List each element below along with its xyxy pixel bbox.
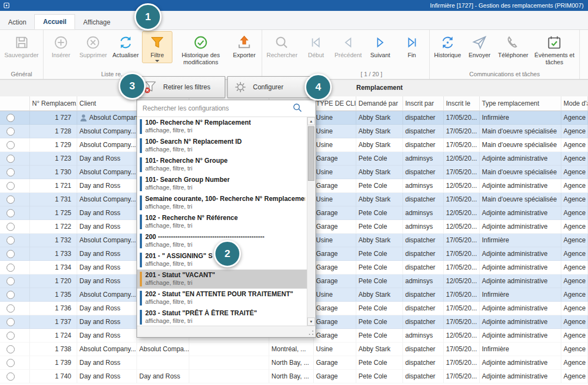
assign-person-icon[interactable] [79,114,88,122]
config-item-subtitle: affichage, filtre, tri [145,127,251,134]
cell-inscrit-par: dispatcher [403,315,444,329]
config-list-item[interactable]: 203 - Statut "PRÊT À ÊTRE TRAITÉ" affich… [137,308,307,326]
scroll-up-icon[interactable]: ▲ [307,117,315,125]
row-radio[interactable] [7,318,15,326]
row-radio[interactable] [7,264,15,272]
row-radio[interactable] [7,372,15,381]
config-search-icon[interactable] [292,102,304,114]
row-radio[interactable] [7,168,15,176]
column-header-num[interactable]: N° Remplacem... ⇅2 [30,96,77,111]
row-radio[interactable] [7,209,15,217]
export-button[interactable]: Exporter [229,31,259,60]
cell-inscrit-par: dispatcher [403,370,444,383]
table-row[interactable]: 1 740 Day and Ross Day and Ross North Ba… [0,370,588,383]
ribbon-group-communications: Historique Envoyer Téléphoner [430,29,580,79]
cell-client: Day and Ross [77,274,137,288]
cell-client: Day and Ross [77,220,137,234]
row-radio[interactable] [7,114,15,122]
tab-action[interactable]: Action [0,15,34,29]
configure-button[interactable]: Configurer [227,76,316,98]
cell-mode: Agence [561,247,588,261]
events-tasks-button[interactable]: Évènements et tâches [531,31,577,66]
send-button[interactable]: Envoyer [465,31,495,60]
filter-popup: Retirer les filtres Configurer 100- Rech… [137,76,316,98]
scroll-down-icon[interactable]: ▼ [307,317,315,326]
refresh-button[interactable]: Actualiser [110,31,141,60]
filter-button[interactable]: Filtre [142,31,172,63]
row-radio-cell [0,125,30,138]
config-scrollbar[interactable]: ▲ ▼ [307,117,315,326]
save-button[interactable]: Sauvegarder [2,31,41,60]
comm-history-button[interactable]: Historique [432,31,463,60]
row-radio[interactable] [7,223,15,231]
config-list-item[interactable]: 201 - Statut "VACANT" affichage, filtre,… [137,270,307,289]
row-radio[interactable] [7,155,15,163]
config-list-item[interactable]: 100- Recherche N° Remplacement affichage… [137,117,307,136]
cell-client: Absolut Company... [77,193,137,206]
insert-button[interactable]: Insérer [46,31,76,60]
row-radio[interactable] [7,304,15,313]
cell-mode: Agence [561,193,588,206]
remove-filters-button[interactable]: Retirer les filtres [137,76,225,98]
row-radio[interactable] [7,236,15,245]
cell-inscrit-le: 17/05/20... [444,166,480,179]
next-record-button[interactable]: Suivant [365,31,395,60]
row-radio[interactable] [7,250,15,258]
cell-client: Day and Ross [77,329,137,343]
cell-type-client: Garage [314,247,356,261]
group-label-communications: Communications et tâches [431,70,578,79]
config-list-item[interactable]: 101- Search Group Number affichage, filt… [137,174,307,193]
cell-type-client: Garage [314,274,356,288]
table-row[interactable]: 1 738 Absolut Company... Absolut Compa..… [0,343,588,356]
tab-accueil[interactable]: Accueil [34,14,75,29]
column-header-inscrit-par[interactable]: Inscrit par [403,96,444,111]
cell-client-text: Day and Ross [79,274,120,288]
tab-affichage[interactable]: Affichage [75,15,119,29]
config-item-title: 201 - Statut "VACANT" [145,271,215,279]
row-radio[interactable] [7,277,15,285]
search-button[interactable]: Rechercher [264,31,300,60]
cell-mode: Agence [561,166,588,179]
previous-record-button[interactable]: Précédent [332,31,364,60]
config-item-accent-bar [140,157,142,172]
first-record-button[interactable]: Début [301,31,331,60]
config-item-subtitle: affichage, filtre, tri [145,260,213,267]
row-radio-cell [0,179,30,193]
row-radio[interactable] [7,291,15,299]
cell-num: 1 739 [30,356,77,370]
cell-mode: Agence [561,152,588,166]
row-radio[interactable] [7,141,15,149]
row-radio[interactable] [7,332,15,340]
column-header-type-remplacement[interactable]: Type remplacement [480,96,561,111]
resize-grip[interactable] [308,329,314,336]
modification-history-button[interactable]: Historique des modifications [174,31,228,66]
cell-demande-par: Pete Cole [356,179,403,193]
config-list-item[interactable]: 101- Recherche N° Groupe affichage, filt… [137,155,307,174]
config-list-item[interactable]: 100- Search N° Replacement ID affichage,… [137,136,307,155]
config-list-item[interactable]: 202 - Statut "EN ATTENTE POUR TRAITEMENT… [137,289,307,308]
column-header-inscrit-le[interactable]: Inscrit le [444,96,480,111]
config-list-item[interactable]: Semaine courante, 100- Recherche N° Remp… [137,193,307,212]
column-header-mode[interactable]: Mode d'as... [561,96,588,111]
config-search-row [137,100,315,117]
cell-client-text: Day and Ross [79,152,120,166]
cell-inscrit-le: 17/05/20... [444,343,480,356]
config-search-input[interactable] [137,105,315,112]
cell-num: 1 733 [30,247,77,261]
cell-inscrit-le: 17/05/20... [444,370,480,383]
row-radio[interactable] [7,195,15,204]
delete-button[interactable]: Supprimer [77,31,109,60]
row-radio[interactable] [7,345,15,353]
cell-client: Day and Ross [77,247,137,261]
row-radio[interactable] [7,182,15,190]
cell-inscrit-par: adminsys [403,274,444,288]
row-radio[interactable] [7,359,15,367]
last-record-button[interactable]: Fin [397,31,427,60]
cell-demande-par: Abby Stark [356,125,403,138]
config-list-item[interactable]: 102 - Recherche N° Référence affichage, … [137,212,307,231]
table-row[interactable]: 1 739 Day and Ross North Bay, ... Garage… [0,356,588,370]
phone-button[interactable]: Téléphoner [496,31,531,60]
scroll-thumb[interactable] [308,126,314,181]
column-header-demande-par[interactable]: Demandé par [356,96,403,111]
row-radio[interactable] [7,127,15,136]
